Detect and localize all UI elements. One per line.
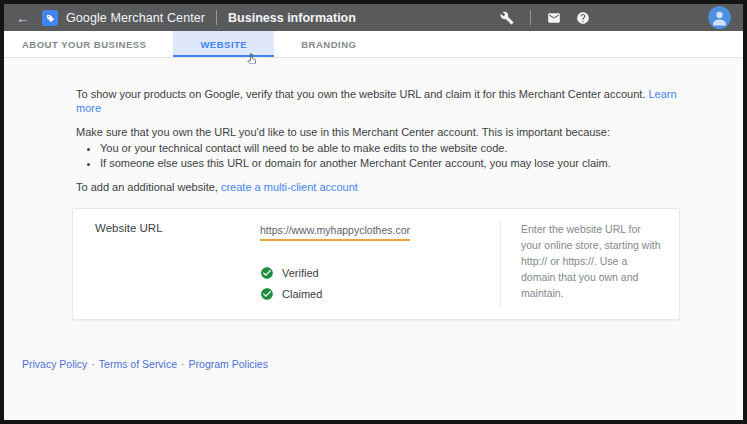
tab-about-your-business-label: ABOUT YOUR BUSINESS: [22, 39, 146, 50]
footer: Privacy Policy·Terms of Service·Program …: [22, 358, 743, 370]
claimed-status-label: Claimed: [282, 288, 322, 300]
footer-separator: ·: [181, 358, 185, 370]
hand-cursor-icon: [245, 51, 258, 64]
url-helper-text: Enter the website URL for your online st…: [500, 220, 679, 307]
app-header: ← Google Merchant Center Business inform…: [4, 4, 743, 31]
website-url-input[interactable]: [260, 223, 410, 241]
website-url-label: Website URL: [73, 209, 260, 307]
claimed-check-icon: [260, 287, 274, 301]
ownership-paragraph: Make sure that you own the URL you'd lik…: [76, 125, 683, 139]
website-url-form: Verified Claimed: [260, 209, 500, 307]
footer-link-terms-of-service[interactable]: Terms of Service: [99, 358, 177, 370]
page-title: Business information: [228, 11, 356, 25]
main-content: To show your products on Google, verify …: [4, 58, 743, 320]
footer-separator: ·: [91, 358, 95, 370]
header-icon-cluster: [500, 10, 590, 25]
brand-title[interactable]: Google Merchant Center: [66, 11, 205, 25]
verified-status-row: Verified: [260, 266, 500, 280]
merchant-center-logo-icon: [42, 10, 58, 26]
footer-link-privacy-policy[interactable]: Privacy Policy: [22, 358, 87, 370]
tab-website-label: WEBSITE: [200, 39, 247, 50]
footer-link-program-policies[interactable]: Program Policies: [189, 358, 268, 370]
verified-status-label: Verified: [282, 267, 319, 279]
additional-website-text: To add an additional website,: [76, 181, 218, 193]
tab-branding[interactable]: BRANDING: [274, 31, 383, 57]
claimed-status-row: Claimed: [260, 287, 500, 301]
tab-branding-label: BRANDING: [301, 39, 356, 50]
additional-website-paragraph: To add an additional website, create a m…: [76, 180, 683, 194]
tab-about-your-business[interactable]: ABOUT YOUR BUSINESS: [4, 31, 173, 57]
status-list: Verified Claimed: [260, 266, 500, 301]
account-avatar[interactable]: [708, 6, 731, 29]
tab-website[interactable]: WEBSITE: [173, 31, 274, 57]
header-icons-divider: [530, 10, 531, 25]
merchant-center-window: ← Google Merchant Center Business inform…: [0, 0, 747, 424]
reason-item-lose-claim: If someone else uses this URL or domain …: [100, 156, 683, 170]
header-divider: [216, 10, 217, 25]
tab-bar: ABOUT YOUR BUSINESS WEBSITE BRANDING: [4, 31, 743, 58]
reason-item-edit-code: You or your technical contact will need …: [100, 141, 683, 155]
mail-icon[interactable]: [547, 11, 561, 25]
verified-check-icon: [260, 266, 274, 280]
back-arrow-icon[interactable]: ←: [16, 11, 30, 25]
intro-paragraph: To show your products on Google, verify …: [76, 87, 683, 115]
reasons-list: You or your technical contact will need …: [76, 141, 683, 170]
website-url-card: Website URL Verified Claimed: [72, 208, 680, 320]
help-icon[interactable]: [576, 11, 590, 25]
wrench-tools-icon[interactable]: [500, 11, 514, 25]
intro-text: To show your products on Google, verify …: [76, 88, 645, 100]
multi-client-account-link[interactable]: create a multi-client account: [221, 181, 358, 193]
